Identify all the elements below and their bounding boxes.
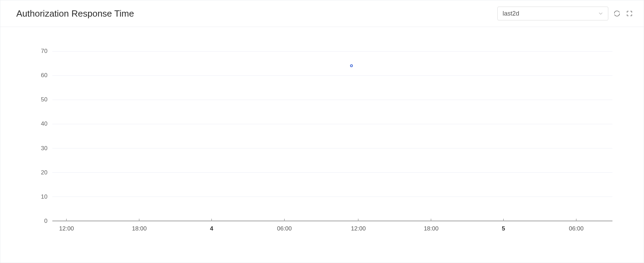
- x-tick-mark: [139, 219, 139, 221]
- refresh-icon: [613, 10, 620, 17]
- x-tick-label: 06:00: [277, 225, 292, 232]
- refresh-button[interactable]: [613, 10, 621, 17]
- time-range-select[interactable]: last2d: [497, 7, 608, 20]
- x-tick-label: 5: [502, 225, 505, 232]
- expand-icon: [626, 10, 633, 17]
- grid-line: [52, 197, 612, 197]
- y-tick-label: 40: [41, 120, 47, 127]
- x-tick-mark: [503, 219, 504, 221]
- y-tick-label: 0: [44, 218, 47, 225]
- grid-line: [52, 51, 612, 52]
- x-tick-label: 18:00: [424, 225, 439, 232]
- x-tick-mark: [211, 219, 212, 221]
- panel-title: Authorization Response Time: [16, 8, 134, 19]
- x-tick-label: 18:00: [132, 225, 147, 232]
- grid-line: [52, 172, 612, 173]
- x-tick-label: 12:00: [59, 225, 74, 232]
- y-axis: 010203040506070: [32, 51, 52, 221]
- y-tick-label: 50: [41, 96, 47, 103]
- data-point: [350, 64, 353, 67]
- x-tick-mark: [431, 219, 431, 221]
- grid-area: [52, 51, 612, 221]
- grid-line: [52, 75, 612, 76]
- expand-button[interactable]: [626, 10, 633, 17]
- time-range-value: last2d: [503, 10, 519, 17]
- grid-line: [52, 100, 612, 100]
- x-tick-label: 06:00: [569, 225, 584, 232]
- x-tick-mark: [358, 219, 358, 221]
- panel-header: Authorization Response Time last2d: [0, 0, 644, 27]
- x-axis: 12:0018:00406:0012:0018:00506:00: [52, 221, 612, 242]
- panel-controls: last2d: [497, 7, 633, 20]
- x-tick-label: 12:00: [351, 225, 366, 232]
- chevron-down-icon: [598, 11, 603, 16]
- plot: 010203040506070 12:0018:00406:0012:0018:…: [32, 51, 612, 242]
- x-tick-mark: [66, 219, 67, 221]
- y-tick-label: 30: [41, 145, 47, 152]
- y-tick-label: 20: [41, 169, 47, 176]
- x-tick-mark: [576, 219, 576, 221]
- chart-panel: Authorization Response Time last2d: [0, 0, 644, 263]
- x-tick-mark: [284, 219, 285, 221]
- grid-line: [52, 124, 612, 124]
- y-tick-label: 60: [41, 72, 47, 79]
- grid-line: [52, 148, 612, 148]
- x-tick-label: 4: [210, 225, 213, 232]
- chart-area: 010203040506070 12:0018:00406:0012:0018:…: [0, 27, 644, 263]
- y-tick-label: 10: [41, 193, 47, 200]
- y-tick-label: 70: [41, 48, 47, 55]
